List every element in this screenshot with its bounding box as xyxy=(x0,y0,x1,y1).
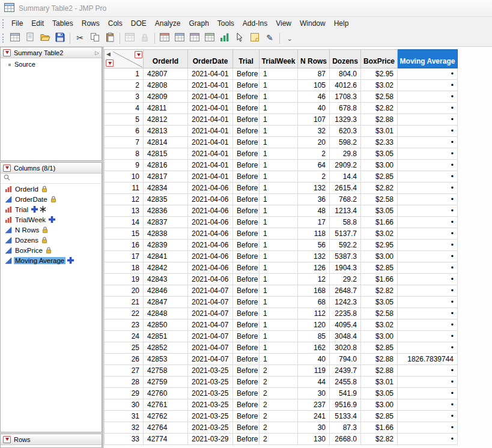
cell-dozens[interactable]: 3020.8 xyxy=(330,342,361,354)
paste-button[interactable] xyxy=(103,31,117,45)
cell-orderid[interactable]: 42852 xyxy=(144,342,188,354)
cell-boxprice[interactable]: $3.05 xyxy=(361,388,398,399)
cell-n-rows[interactable]: 30 xyxy=(298,422,330,434)
cell-orderdate[interactable]: 2021-04-07 xyxy=(188,308,233,319)
cell-boxprice[interactable]: $2.85 xyxy=(361,342,398,354)
cell-trialweek[interactable]: 1 xyxy=(260,274,298,285)
cell-boxprice[interactable]: $3.00 xyxy=(361,331,398,342)
cell-n-rows[interactable]: 32 xyxy=(298,126,330,137)
cell-boxprice[interactable]: $3.02 xyxy=(361,319,398,331)
menu-tools[interactable]: Tools xyxy=(213,18,238,29)
cell-dozens[interactable]: 1904.3 xyxy=(330,262,361,274)
column-item-n-rows[interactable]: N Rows xyxy=(1,225,102,235)
cell-trial[interactable]: Before xyxy=(233,377,260,388)
cell-moving-average[interactable]: • xyxy=(398,68,458,80)
cell-dozens[interactable]: 5137.7 xyxy=(330,228,361,240)
selector-button[interactable] xyxy=(232,31,247,45)
cell-n-rows[interactable]: 36 xyxy=(298,194,330,205)
row-number[interactable]: 3 xyxy=(104,91,144,103)
cell-orderdate[interactable]: 2021-03-25 xyxy=(188,422,233,434)
row-number[interactable]: 9 xyxy=(104,160,144,171)
cell-trialweek[interactable]: 1 xyxy=(260,171,298,183)
cell-n-rows[interactable]: 2 xyxy=(298,148,330,160)
cell-orderdate[interactable]: 2021-04-01 xyxy=(188,114,233,126)
join-button[interactable] xyxy=(187,31,202,45)
format-painter-button[interactable] xyxy=(123,31,137,45)
cell-orderdate[interactable]: 2021-04-06 xyxy=(188,183,233,194)
cell-n-rows[interactable]: 168 xyxy=(298,285,330,297)
cell-trial[interactable]: Before xyxy=(233,354,260,365)
cell-boxprice[interactable]: $2.58 xyxy=(361,194,398,205)
cell-orderid[interactable]: 42850 xyxy=(144,319,188,331)
cell-dozens[interactable]: 3048.4 xyxy=(330,331,361,342)
cell-orderdate[interactable]: 2021-04-06 xyxy=(188,205,233,217)
cell-boxprice[interactable]: $2.58 xyxy=(361,91,398,103)
row-number[interactable]: 18 xyxy=(104,262,144,274)
cell-orderdate[interactable]: 2021-04-06 xyxy=(188,194,233,205)
copy-button[interactable] xyxy=(88,31,102,45)
toolbar-grip[interactable] xyxy=(2,34,5,43)
cell-orderid[interactable]: 42774 xyxy=(144,434,188,445)
cell-moving-average[interactable]: • xyxy=(398,251,458,262)
cell-moving-average[interactable]: • xyxy=(398,377,458,388)
cell-orderdate[interactable]: 2021-04-07 xyxy=(188,342,233,354)
cell-dozens[interactable]: 1329.3 xyxy=(330,114,361,126)
graph-builder-button[interactable] xyxy=(217,31,232,45)
cell-boxprice[interactable]: $2.82 xyxy=(361,285,398,297)
cell-trialweek[interactable]: 1 xyxy=(260,354,298,365)
cell-dozens[interactable]: 804.0 xyxy=(330,68,361,80)
cell-dozens[interactable]: 1242.3 xyxy=(330,297,361,308)
cell-orderdate[interactable]: 2021-03-25 xyxy=(188,377,233,388)
column-header-trialweek[interactable]: TrialWeek xyxy=(260,49,298,68)
cell-orderid[interactable]: 42846 xyxy=(144,285,188,297)
cell-n-rows[interactable]: 120 xyxy=(298,319,330,331)
cell-dozens[interactable]: 768.2 xyxy=(330,194,361,205)
cell-orderid[interactable]: 42807 xyxy=(144,68,188,80)
cell-orderid[interactable]: 42851 xyxy=(144,331,188,342)
cell-n-rows[interactable]: 112 xyxy=(298,308,330,319)
cell-orderdate[interactable]: 2021-04-06 xyxy=(188,240,233,251)
cell-orderdate[interactable]: 2021-04-07 xyxy=(188,285,233,297)
cell-moving-average[interactable]: • xyxy=(398,148,458,160)
cell-orderdate[interactable]: 2021-03-25 xyxy=(188,388,233,399)
cell-n-rows[interactable]: 46 xyxy=(298,91,330,103)
cell-trial[interactable]: Before xyxy=(233,388,260,399)
cell-moving-average[interactable]: • xyxy=(398,205,458,217)
row-number[interactable]: 24 xyxy=(104,331,144,342)
row-number[interactable]: 28 xyxy=(104,377,144,388)
cell-boxprice[interactable]: $2.82 xyxy=(361,183,398,194)
cell-moving-average[interactable]: • xyxy=(398,183,458,194)
cell-orderdate[interactable]: 2021-04-06 xyxy=(188,217,233,228)
cell-trialweek[interactable]: 1 xyxy=(260,148,298,160)
menu-view[interactable]: View xyxy=(272,18,296,29)
cell-trialweek[interactable]: 1 xyxy=(260,80,298,91)
cell-trial[interactable]: Before xyxy=(233,411,260,422)
cell-n-rows[interactable]: 56 xyxy=(298,240,330,251)
cell-orderdate[interactable]: 2021-04-01 xyxy=(188,160,233,171)
cell-n-rows[interactable]: 40 xyxy=(298,354,330,365)
cell-dozens[interactable]: 794.0 xyxy=(330,354,361,365)
cell-moving-average[interactable]: • xyxy=(398,137,458,148)
cell-moving-average[interactable]: • xyxy=(398,342,458,354)
cell-trialweek[interactable]: 1 xyxy=(260,160,298,171)
cell-moving-average[interactable]: • xyxy=(398,114,458,126)
row-number[interactable]: 15 xyxy=(104,228,144,240)
cell-trialweek[interactable]: 1 xyxy=(260,194,298,205)
cell-trialweek[interactable]: 1 xyxy=(260,103,298,114)
cell-boxprice[interactable]: $3.01 xyxy=(361,126,398,137)
cell-moving-average[interactable]: • xyxy=(398,228,458,240)
cell-boxprice[interactable]: $2.33 xyxy=(361,137,398,148)
cell-dozens[interactable]: 592.2 xyxy=(330,240,361,251)
cell-dozens[interactable]: 2439.7 xyxy=(330,365,361,377)
cell-orderid[interactable]: 42758 xyxy=(144,365,188,377)
cell-orderid[interactable]: 42762 xyxy=(144,411,188,422)
row-number[interactable]: 22 xyxy=(104,308,144,319)
column-item-trialweek[interactable]: TrialWeek xyxy=(1,214,102,225)
cell-n-rows[interactable]: 20 xyxy=(298,137,330,148)
cell-trial[interactable]: Before xyxy=(233,160,260,171)
cell-boxprice[interactable]: $2.95 xyxy=(361,68,398,80)
cell-boxprice[interactable]: $2.95 xyxy=(361,240,398,251)
cell-moving-average[interactable]: • xyxy=(398,319,458,331)
cell-trial[interactable]: Before xyxy=(233,205,260,217)
cell-moving-average[interactable]: • xyxy=(398,262,458,274)
